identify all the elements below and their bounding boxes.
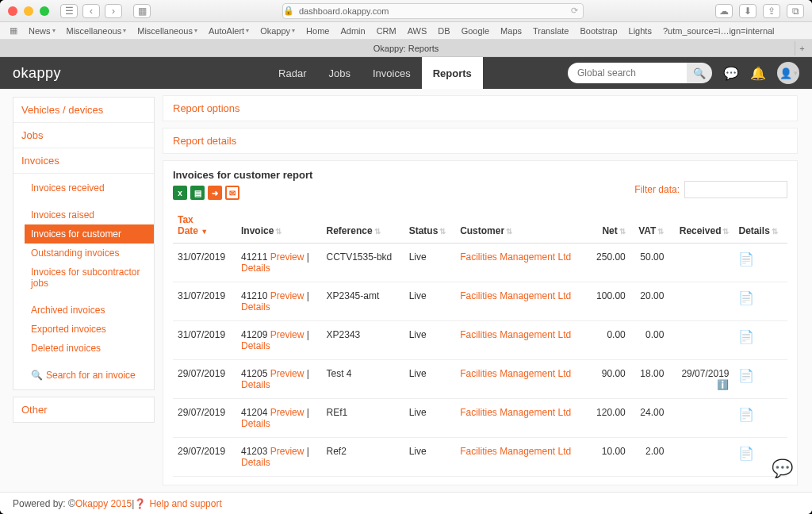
report-details-card[interactable]: Report details [163,128,798,154]
preview-link[interactable]: Preview [270,290,304,301]
customer-link[interactable]: Facilities Management Ltd [460,329,571,340]
chat-icon[interactable]: 💬 [723,66,739,81]
cloud-tabs-button[interactable]: ☁ [715,4,733,18]
favorite-autoalert[interactable]: AutoAlert▾ [209,26,249,36]
sidebar-item-exported-invoices[interactable]: Exported invoices [25,320,154,339]
window-minimize-button[interactable] [24,6,33,16]
sidebar-section-invoices[interactable]: Invoices [13,148,154,174]
sidebar-toggle-button[interactable]: ☰ [60,4,78,18]
customer-link[interactable]: Facilities Management Ltd [460,407,571,418]
sidebar-item-archived-invoices[interactable]: Archived invoices [25,301,154,320]
favorite-admin[interactable]: Admin [340,26,365,36]
global-search-button[interactable]: 🔍 [687,63,712,83]
preview-link[interactable]: Preview [270,446,304,457]
preview-link[interactable]: Preview [270,407,304,418]
export-excel-button[interactable]: x [173,186,187,200]
favorite-google[interactable]: Google [462,26,489,36]
favorite-aws[interactable]: AWS [408,26,427,36]
details-link[interactable]: Details [241,263,270,274]
favorite-miscellaneous[interactable]: Miscellaneous▾ [67,26,127,36]
document-icon[interactable]: 📄 [738,369,754,382]
sidebar-item-invoices-received[interactable]: Invoices received [25,178,154,198]
sidebar-item-outstanding-invoices[interactable]: Outstanding invoices [25,244,154,263]
sidebar-item-invoices-for-subcontractor-jobs[interactable]: Invoices for subcontractor jobs [25,263,154,293]
col-status[interactable]: Status⇅ [404,208,456,244]
favorite-news[interactable]: News▾ [29,26,56,36]
sidebar-item-search-for-an-invoice[interactable]: 🔍Search for an invoice [25,366,154,385]
help-link[interactable]: Help and support [149,498,221,509]
favorite-db[interactable]: DB [438,26,450,36]
preview-link[interactable]: Preview [270,329,304,340]
sidebar-other[interactable]: Other [13,397,155,423]
info-icon[interactable]: ℹ️ [717,379,729,390]
details-link[interactable]: Details [241,340,270,351]
export-email-button[interactable]: ✉ [225,186,239,200]
sidebar-section-vehicles-devices[interactable]: Vehicles / devices [13,98,154,123]
document-icon[interactable]: 📄 [738,330,754,343]
global-search-input[interactable] [568,63,687,83]
col-invoice[interactable]: Invoice⇅ [236,208,322,244]
new-tab-button[interactable]: + [795,41,809,56]
favorite-bootstrap[interactable]: Bootstrap [580,26,617,36]
preview-link[interactable]: Preview [270,485,304,485]
favorite--utm-source-i-ign-internal[interactable]: ?utm_source=i…ign=internal [663,26,775,36]
browser-tab-title[interactable]: Okappy: Reports [373,44,439,53]
details-link[interactable]: Details [241,379,270,390]
details-link[interactable]: Details [241,301,270,313]
sidebar-item-invoices-for-customer[interactable]: Invoices for customer [25,224,154,244]
col-reference[interactable]: Reference⇅ [322,208,404,244]
col-details[interactable]: Details⇅ [733,208,787,244]
sidebar-item-invoices-raised[interactable]: Invoices raised [25,205,154,224]
back-button[interactable]: ‹ [82,4,100,18]
address-bar[interactable]: 🔒 dashboard.okappy.com ⟳ [282,3,584,19]
col-tax-date[interactable]: TaxDate ▼ [173,208,236,244]
favorite-translate[interactable]: Translate [533,26,569,36]
favorite-lights[interactable]: Lights [629,26,652,36]
window-close-button[interactable] [8,6,17,16]
favorite-okappy[interactable]: Okappy▾ [260,26,295,36]
live-chat-button[interactable]: 💬 [772,458,793,479]
window-zoom-button[interactable] [40,6,49,16]
col-net[interactable]: Net⇅ [588,208,630,244]
sidebar-item-deleted-invoices[interactable]: Deleted invoices [25,339,154,358]
sidebar-section-jobs[interactable]: Jobs [13,123,154,148]
customer-link[interactable]: Facilities Management Ltd [460,290,571,301]
reload-icon[interactable]: ⟳ [571,6,578,16]
document-icon[interactable]: 📄 [738,291,754,305]
col-vat[interactable]: VAT⇅ [630,208,669,244]
customer-link[interactable]: Facilities Management Ltd [460,446,571,457]
document-icon[interactable]: 📄 [738,408,754,421]
bell-icon[interactable]: 🔔 [750,66,766,81]
footer-brand-link[interactable]: Okappy 2015 [75,498,132,509]
col-received[interactable]: Received⇅ [668,208,733,244]
details-link[interactable]: Details [241,418,270,429]
nav-invoices[interactable]: Invoices [362,57,422,89]
favorite-maps[interactable]: Maps [500,26,522,36]
tabs-button[interactable]: ⧉ [787,4,804,18]
preview-link[interactable]: Preview [270,251,304,263]
favorites-grid-icon[interactable]: ▦ [10,25,17,36]
nav-radar[interactable]: Radar [267,57,317,89]
favorite-home[interactable]: Home [306,26,329,36]
customer-link[interactable]: Facilities Management Ltd [460,368,571,379]
report-options-card[interactable]: Report options [163,95,798,121]
col-customer[interactable]: Customer⇅ [455,208,588,244]
details-link[interactable]: Details [241,457,270,468]
forward-button[interactable]: › [105,4,122,18]
export-csv-button[interactable]: ▤ [190,186,205,200]
nav-reports[interactable]: Reports [422,57,483,89]
customer-link[interactable]: Facilities Management Ltd [460,251,571,263]
logo[interactable]: okappy [13,65,61,82]
filter-input[interactable] [684,181,787,198]
document-icon[interactable]: 📄 [738,447,754,460]
customer-link[interactable]: Facilities Management Ltd [460,485,571,485]
user-menu[interactable]: 👤▾ [777,62,799,84]
favorite-crm[interactable]: CRM [377,26,396,36]
export-download-button[interactable]: ➜ [208,186,222,200]
favorite-miscellaneous[interactable]: Miscellaneous▾ [137,26,197,36]
downloads-button[interactable]: ⬇ [739,4,756,18]
preview-link[interactable]: Preview [270,368,304,379]
tabs-overview-button[interactable]: ▦ [133,4,151,18]
share-button[interactable]: ⇪ [763,4,780,18]
document-icon[interactable]: 📄 [738,252,754,266]
